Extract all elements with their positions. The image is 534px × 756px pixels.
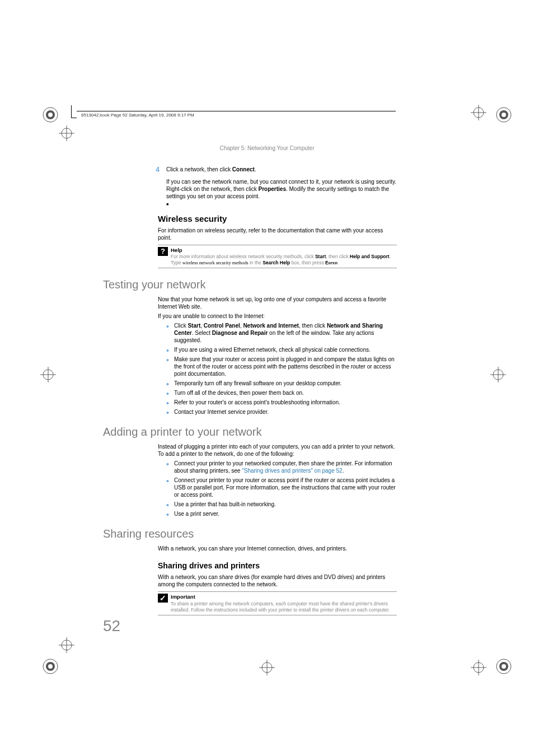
corner-rule-icon bbox=[71, 118, 77, 118]
page-number: 52 bbox=[103, 617, 120, 635]
sharing-p1: With a network, you can share your Inter… bbox=[158, 545, 397, 552]
heading-testing-network: Testing your network bbox=[103, 278, 397, 291]
text: in the bbox=[249, 260, 263, 265]
text: , then click bbox=[299, 323, 327, 329]
svg-point-5 bbox=[502, 113, 506, 117]
bold: Control Panel bbox=[204, 323, 240, 329]
crop-mark-icon bbox=[259, 660, 275, 675]
list-item: Connect your printer to your router or a… bbox=[166, 477, 397, 498]
list-item: If you are using a wired Ethernet networ… bbox=[166, 346, 397, 353]
svg-point-2 bbox=[48, 113, 53, 117]
bold: Start bbox=[315, 254, 326, 259]
important-body: Important To share a printer among the n… bbox=[171, 594, 397, 613]
heading-sharing-drives: Sharing drives and printers bbox=[158, 561, 397, 570]
crop-mark-icon bbox=[471, 660, 486, 675]
checkmark-icon: ✓ bbox=[158, 594, 168, 603]
list-item: Refer to your router's or access point's… bbox=[166, 399, 397, 406]
registration-mark-icon bbox=[40, 105, 60, 125]
svg-point-8 bbox=[48, 664, 53, 669]
cross-ref-link[interactable]: "Sharing drives and printers" on page 52 bbox=[242, 468, 342, 474]
text: box, then press bbox=[290, 260, 325, 265]
serif: wireless network security methods bbox=[182, 260, 249, 265]
text: , then click bbox=[326, 254, 350, 259]
testing-p1: Now that your home network is set up, lo… bbox=[158, 296, 397, 310]
crop-mark-icon bbox=[471, 105, 486, 120]
sharing-p2: With a network, you can share drives (fo… bbox=[158, 573, 397, 588]
crop-mark-icon bbox=[59, 637, 74, 653]
text: With a network, you can bbox=[158, 574, 219, 580]
list-item: Use a print server. bbox=[166, 510, 397, 517]
heading-sharing-resources: Sharing resources bbox=[103, 528, 397, 540]
step-4-p2: If you can see the network name, but you… bbox=[166, 178, 397, 200]
list-item: Turn off all of the devices, then power … bbox=[166, 389, 397, 396]
text: . bbox=[255, 166, 256, 172]
crop-mark-icon bbox=[40, 367, 56, 382]
smallcaps: Enter bbox=[325, 260, 338, 265]
bold: Network and Internet bbox=[243, 323, 298, 329]
bold: Properties bbox=[259, 186, 286, 192]
help-callout: ? Help For more information about wirele… bbox=[158, 245, 397, 268]
text: To share a printer among the network com… bbox=[171, 601, 390, 613]
list-item: Make sure that your router or access poi… bbox=[166, 356, 397, 377]
page-content: 4 Click a network, then click Connect. I… bbox=[103, 166, 397, 615]
step-4: 4 Click a network, then click Connect. bbox=[103, 166, 397, 174]
list-item: Temporarily turn off any firewall softwa… bbox=[166, 380, 397, 387]
testing-bullets: Click Start, Control Panel, Network and … bbox=[166, 322, 397, 416]
registration-mark-icon bbox=[494, 656, 514, 676]
corner-rule-icon bbox=[71, 105, 72, 118]
chapter-title: Chapter 5: Networking Your Computer bbox=[0, 145, 534, 151]
registration-mark-icon bbox=[494, 105, 514, 125]
step-number: 4 bbox=[103, 166, 166, 174]
step-body: Click a network, then click Connect. bbox=[166, 166, 397, 174]
crop-mark-icon bbox=[490, 367, 506, 382]
bold: Diagnose and Repair bbox=[212, 330, 268, 336]
help-icon: ? bbox=[158, 247, 168, 256]
crop-mark-icon bbox=[59, 125, 74, 141]
bold: Connect bbox=[232, 166, 255, 172]
header-source-text: 8513042.book Page 52 Saturday, April 19,… bbox=[81, 113, 194, 118]
end-square-icon: ■ bbox=[166, 202, 397, 206]
italic: share bbox=[219, 574, 233, 580]
header-rule bbox=[77, 111, 396, 111]
text: . bbox=[343, 468, 344, 474]
text: . Select bbox=[192, 330, 212, 336]
list-item: Contact your Internet service provider. bbox=[166, 408, 397, 416]
bold: Help and Support bbox=[350, 254, 390, 259]
wireless-p1: For information on wireless security, re… bbox=[158, 227, 397, 241]
text: . bbox=[338, 260, 339, 265]
registration-mark-icon bbox=[40, 656, 60, 676]
list-item: Use a printer that has built-in networki… bbox=[166, 501, 397, 508]
callout-title: Important bbox=[171, 594, 397, 600]
text: For more information about wireless netw… bbox=[171, 254, 315, 259]
text: Click bbox=[174, 323, 188, 329]
svg-point-11 bbox=[502, 664, 506, 669]
bold: Search Help bbox=[263, 260, 290, 265]
printer-p1: Instead of plugging a printer into each … bbox=[158, 443, 397, 458]
important-callout: ✓ Important To share a printer among the… bbox=[158, 591, 397, 615]
testing-p2: If you are unable to connect to the Inte… bbox=[158, 312, 397, 320]
heading-adding-printer: Adding a printer to your network bbox=[103, 426, 397, 438]
heading-wireless-security: Wireless security bbox=[158, 214, 397, 223]
printer-bullets: Connect your printer to your networked c… bbox=[166, 460, 397, 517]
list-item: Click Start, Control Panel, Network and … bbox=[166, 322, 397, 344]
help-body: Help For more information about wireless… bbox=[171, 247, 397, 266]
text: Click a network, then click bbox=[166, 166, 232, 172]
callout-title: Help bbox=[171, 247, 397, 254]
bold: Start bbox=[188, 323, 200, 329]
list-item: Connect your printer to your networked c… bbox=[166, 460, 397, 474]
